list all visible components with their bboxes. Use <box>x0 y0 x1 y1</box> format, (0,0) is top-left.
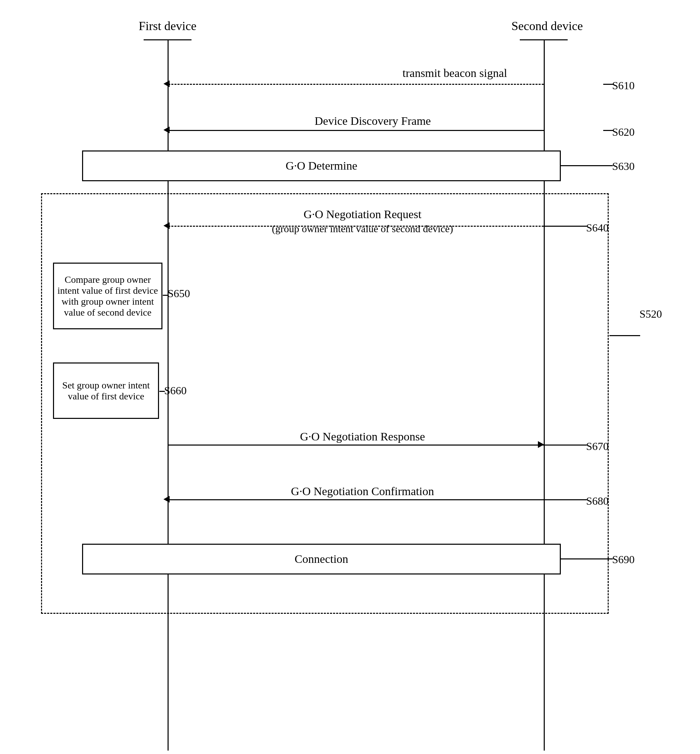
second-device-label: Second device <box>496 19 598 33</box>
s640-sub-label: (group owner intent value of second devi… <box>202 223 523 234</box>
s620-arrowhead <box>164 126 170 133</box>
s520-step: S520 <box>639 308 662 320</box>
s610-bracket <box>603 84 614 85</box>
s680-step: S680 <box>586 495 609 507</box>
go-determine-box: G·O Determine <box>82 150 561 181</box>
s660-bracket <box>159 391 165 392</box>
s640-label: G·O Negotiation Request <box>222 208 503 221</box>
s670-label: G·O Negotiation Response <box>222 430 503 443</box>
s630-step: S630 <box>612 160 635 173</box>
s610-label: transmit beacon signal <box>373 67 537 80</box>
s520-outer-bracket <box>609 335 640 336</box>
diagram-container: First device Second device transmit beac… <box>0 0 700 754</box>
s690-bracket <box>561 559 613 559</box>
s640-step: S640 <box>586 222 609 234</box>
s680-arrow-line <box>168 499 544 500</box>
s640-arrowhead <box>164 222 170 229</box>
set-box: Set group owner intent value of first de… <box>53 362 159 419</box>
s670-step: S670 <box>586 440 609 453</box>
s610-arrowhead <box>164 80 170 87</box>
s680-arrowhead <box>164 496 170 503</box>
compare-box: Compare group owner intent value of firs… <box>53 262 162 329</box>
s620-label: Device Discovery Frame <box>239 114 506 128</box>
s620-bracket <box>603 130 614 131</box>
s670-arrow-line <box>168 445 544 446</box>
s670-bracket <box>544 445 587 446</box>
s610-step: S610 <box>612 79 635 92</box>
s620-arrow-line <box>168 130 544 131</box>
s640-bracket <box>544 226 587 227</box>
s670-arrowhead <box>538 441 544 448</box>
s690-step: S690 <box>612 553 635 566</box>
s660-step: S660 <box>164 384 187 397</box>
first-device-label: First device <box>120 19 216 33</box>
s630-bracket <box>561 165 613 166</box>
s610-arrow-line <box>168 84 544 85</box>
s680-bracket <box>544 499 587 500</box>
s650-bracket <box>163 295 168 296</box>
s650-step: S650 <box>167 287 190 300</box>
s680-label: G·O Negotiation Confirmation <box>222 485 503 498</box>
connection-box: Connection <box>82 544 561 574</box>
s620-step: S620 <box>612 126 635 139</box>
